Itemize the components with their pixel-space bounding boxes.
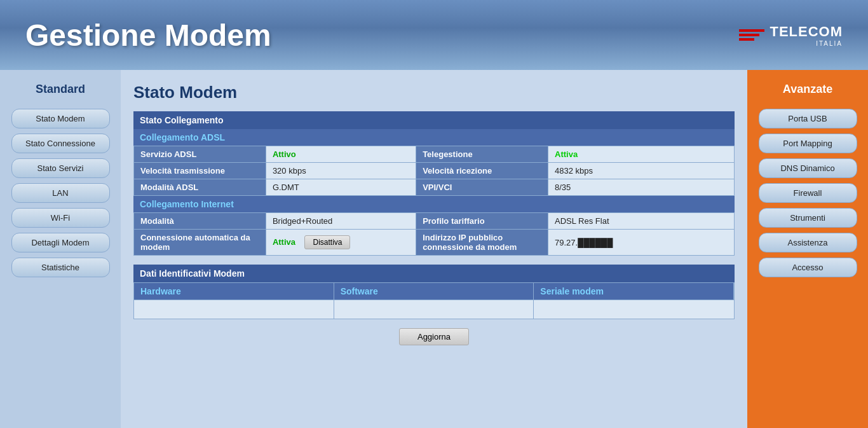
telecom-logo: TELECOM ITALIA — [739, 24, 843, 47]
adsl-table: Servizio ADSL Attivo Telegestione Attiva… — [133, 146, 735, 196]
subsection-collegamento-adsl: Collegamento ADSL — [133, 129, 735, 146]
section-stato-collegamento: Stato Collegamento — [133, 111, 735, 129]
internet-table: Modalità Bridged+Routed Profilo tariffar… — [133, 212, 735, 256]
sidebar-item-porta-usb[interactable]: Porta USB — [759, 109, 857, 128]
sidebar-item-stato-servizi[interactable]: Stato Servizi — [11, 158, 110, 178]
header: Gestione Modem TELECOM ITALIA — [0, 0, 868, 70]
aggiorna-row: Aggiorna — [133, 319, 735, 354]
value-attiva: Attiva — [555, 149, 578, 159]
value-velocita-ricezione: 4832 kbps — [548, 163, 735, 179]
value-velocita-trasmissione: 320 kbps — [266, 163, 416, 179]
sidebar-item-dns-dinamico[interactable]: DNS Dinamico — [759, 158, 857, 178]
dati-col-value-software — [334, 300, 534, 319]
dati-col-header-hardware: Hardware — [134, 283, 334, 300]
label-modalita: Modalità — [134, 213, 266, 230]
dati-section: Dati Identificativi Modem Hardware Softw… — [133, 265, 735, 319]
sidebar-item-strumenti[interactable]: Strumenti — [759, 208, 857, 228]
value-attivo: Attivo — [273, 149, 296, 159]
value-connessione-auto: Attiva Disattiva — [266, 230, 416, 256]
main-layout: Standard Stato Modem Stato Connessione S… — [0, 70, 868, 428]
sidebar-item-stato-modem[interactable]: Stato Modem — [11, 109, 110, 128]
sidebar-item-port-mapping[interactable]: Port Mapping — [759, 134, 857, 153]
section-dati-header: Dati Identificativi Modem — [133, 265, 735, 282]
sidebar-item-wifi[interactable]: Wi-Fi — [11, 208, 110, 228]
sidebar-item-accesso[interactable]: Accesso — [759, 258, 857, 277]
dati-col-value-seriale — [534, 300, 734, 319]
label-profilo-tariffario: Profilo tariffario — [416, 213, 548, 230]
content-title: Stato Modem — [133, 83, 735, 102]
label-telegestione: Telegestione — [416, 146, 548, 163]
table-row: Connessione automatica da modem Attiva D… — [134, 230, 735, 256]
aggiorna-button[interactable]: Aggiorna — [399, 328, 469, 345]
value-ip-pubblico: 79.27.██████ — [548, 230, 735, 256]
sidebar-item-lan[interactable]: LAN — [11, 183, 110, 203]
value-attiva-connessione: Attiva — [273, 237, 295, 247]
sidebar-left: Standard Stato Modem Stato Connessione S… — [0, 70, 121, 428]
label-velocita-trasmissione: Velocità trasmissione — [134, 163, 266, 179]
dati-col-header-software: Software — [334, 283, 534, 300]
content-area: Stato Modem Stato Collegamento Collegame… — [121, 70, 747, 428]
page-title: Gestione Modem — [25, 18, 271, 53]
dati-col-header-seriale: Seriale modem — [534, 283, 734, 300]
telecom-logo-sub: ITALIA — [770, 40, 843, 47]
sidebar-item-statistiche[interactable]: Statistiche — [11, 258, 110, 277]
value-modalita-adsl: G.DMT — [266, 179, 416, 196]
telecom-logo-text-block: TELECOM ITALIA — [770, 24, 843, 47]
table-row: Servizio ADSL Attivo Telegestione Attiva — [134, 146, 735, 163]
value-profilo-tariffario: ADSL Res Flat — [548, 213, 735, 230]
label-velocita-ricezione: Velocità ricezione — [416, 163, 548, 179]
value-vpi-vci: 8/35 — [548, 179, 735, 196]
sidebar-right: Avanzate Porta USB Port Mapping DNS Dina… — [747, 70, 868, 428]
table-row: Modalità Bridged+Routed Profilo tariffar… — [134, 213, 735, 230]
table-row: Velocità trasmissione 320 kbps Velocità … — [134, 163, 735, 179]
sidebar-right-title: Avanzate — [783, 83, 832, 96]
value-modalita: Bridged+Routed — [266, 213, 416, 230]
sidebar-item-assistenza[interactable]: Assistenza — [759, 233, 857, 252]
label-servizio-adsl: Servizio ADSL — [134, 146, 266, 163]
subsection-collegamento-internet: Collegamento Internet — [133, 196, 735, 212]
label-connessione-auto: Connessione automatica da modem — [134, 230, 266, 256]
sidebar-item-firewall[interactable]: Firewall — [759, 183, 857, 203]
telecom-logo-text: TELECOM — [770, 24, 843, 40]
telecom-logo-lines — [739, 29, 764, 41]
label-ip-pubblico: Indirizzo IP pubblico connessione da mod… — [416, 230, 548, 256]
label-vpi-vci: VPI/VCI — [416, 179, 548, 196]
sidebar-item-dettagli-modem[interactable]: Dettagli Modem — [11, 233, 110, 252]
dati-cols: Hardware Software Seriale modem — [133, 282, 735, 319]
label-modalita-adsl: Modalità ADSL — [134, 179, 266, 196]
sidebar-item-stato-connessione[interactable]: Stato Connessione — [11, 134, 110, 153]
value-telegestione: Attiva — [548, 146, 735, 163]
sidebar-left-title: Standard — [36, 83, 85, 96]
value-servizio-adsl: Attivo — [266, 146, 416, 163]
disattiva-button[interactable]: Disattiva — [304, 235, 350, 249]
table-row: Modalità ADSL G.DMT VPI/VCI 8/35 — [134, 179, 735, 196]
telecom-brand: TELECOM ITALIA — [739, 24, 843, 47]
dati-col-value-hardware — [134, 300, 334, 319]
